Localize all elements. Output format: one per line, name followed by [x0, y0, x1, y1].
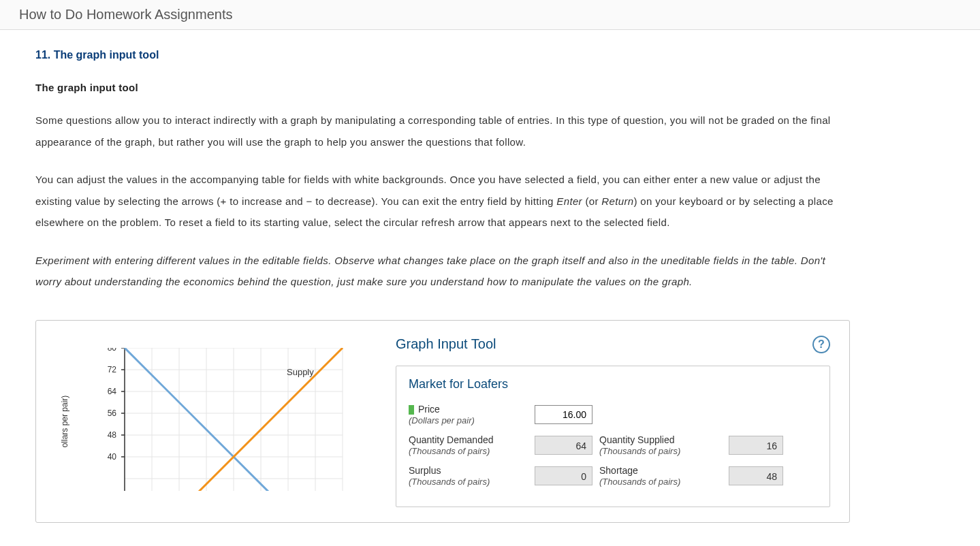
ytick-80: 80 [108, 348, 117, 353]
p2-text-b: (or [582, 195, 601, 207]
shortage-value: 48 [729, 466, 783, 485]
p2-enter: Enter [556, 195, 582, 207]
ytick-64: 64 [108, 387, 117, 396]
price-row: Price (Dollars per pair) [409, 404, 817, 426]
help-icon[interactable]: ? [812, 336, 830, 353]
shortage-label: Shortage (Thousands of pairs) [599, 465, 722, 487]
chart-area: ollars per pair) [36, 321, 377, 522]
qd-value: 64 [535, 436, 592, 455]
ytick-56: 56 [108, 408, 117, 418]
market-panel-title: Market for Loafers [409, 377, 817, 391]
graph-input-tool: ollars per pair) [35, 320, 850, 523]
paragraph-3: Experiment with entering different value… [35, 250, 850, 293]
quantity-row: Quantity Demanded (Thousands of pairs) 6… [409, 434, 817, 457]
page-header: How to Do Homework Assignments [0, 0, 980, 30]
price-label: Price (Dollars per pair) [409, 404, 528, 426]
question-title: 11. The graph input tool [35, 49, 850, 61]
qs-value: 16 [729, 436, 783, 455]
graph-right-panel: Graph Input Tool ? Market for Loafers Pr… [377, 321, 849, 522]
section-title: The graph input tool [35, 82, 850, 93]
surplus-label: Surplus (Thousands of pairs) [409, 465, 528, 487]
price-input[interactable] [535, 405, 592, 424]
tool-title: Graph Input Tool [396, 336, 496, 352]
question-name: The graph input tool [54, 49, 159, 61]
p2-return: Return [601, 195, 633, 207]
y-axis-label: ollars per pair) [60, 395, 69, 447]
market-panel: Market for Loafers Price (Dollars per pa… [396, 366, 830, 507]
page-title: How to Do Homework Assignments [19, 7, 961, 22]
surplus-value: 0 [535, 466, 592, 485]
tool-header: Graph Input Tool ? [396, 336, 830, 353]
ytick-48: 48 [108, 430, 117, 440]
surplus-shortage-row: Surplus (Thousands of pairs) 0 Shortage … [409, 465, 817, 487]
qs-label: Quantity Supplied (Thousands of pairs) [599, 434, 722, 457]
ytick-40: 40 [108, 452, 117, 462]
chart-svg: 80 72 64 56 48 40 Supply [50, 348, 363, 491]
price-swatch-icon [409, 405, 414, 415]
content: 11. The graph input tool The graph input… [0, 30, 885, 542]
paragraph-2: You can adjust the values in the accompa… [35, 169, 850, 234]
question-number: 11. [35, 49, 50, 61]
ytick-72: 72 [108, 365, 117, 374]
paragraph-1: Some questions allow you to interact ind… [35, 110, 850, 152]
qd-label: Quantity Demanded (Thousands of pairs) [409, 434, 528, 457]
supply-label: Supply [287, 367, 314, 377]
